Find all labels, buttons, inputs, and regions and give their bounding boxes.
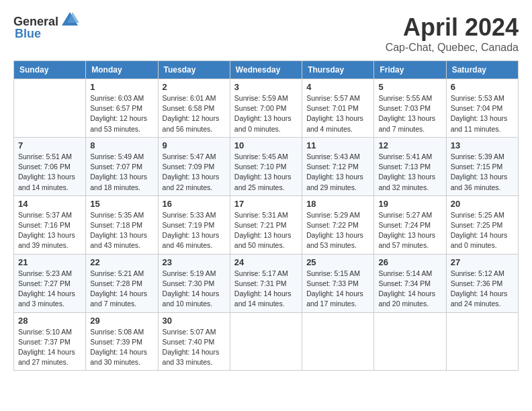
day-number: 22 <box>90 257 153 267</box>
calendar-cell <box>230 312 302 371</box>
day-info: Sunrise: 5:25 AM Sunset: 7:25 PM Dayligh… <box>451 210 514 251</box>
day-info: Sunrise: 5:49 AM Sunset: 7:07 PM Dayligh… <box>90 152 153 193</box>
day-info: Sunrise: 5:37 AM Sunset: 7:16 PM Dayligh… <box>18 210 81 251</box>
calendar-cell: 8Sunrise: 5:49 AM Sunset: 7:07 PM Daylig… <box>86 137 158 195</box>
day-number: 13 <box>451 140 514 150</box>
calendar-cell: 30Sunrise: 5:07 AM Sunset: 7:40 PM Dayli… <box>158 312 230 371</box>
calendar-week-4: 21Sunrise: 5:23 AM Sunset: 7:27 PM Dayli… <box>14 254 519 312</box>
day-info: Sunrise: 5:27 AM Sunset: 7:24 PM Dayligh… <box>378 210 441 251</box>
day-number: 27 <box>451 257 514 267</box>
month-title: April 2024 <box>386 13 519 42</box>
day-info: Sunrise: 5:14 AM Sunset: 7:34 PM Dayligh… <box>378 269 441 310</box>
calendar-cell: 24Sunrise: 5:17 AM Sunset: 7:31 PM Dayli… <box>230 254 302 312</box>
day-info: Sunrise: 5:17 AM Sunset: 7:31 PM Dayligh… <box>234 269 298 310</box>
day-info: Sunrise: 5:08 AM Sunset: 7:39 PM Dayligh… <box>90 327 153 368</box>
calendar-cell: 19Sunrise: 5:27 AM Sunset: 7:24 PM Dayli… <box>374 195 446 254</box>
day-number: 2 <box>163 82 226 92</box>
calendar-cell: 10Sunrise: 5:45 AM Sunset: 7:10 PM Dayli… <box>230 137 302 195</box>
calendar-cell: 28Sunrise: 5:10 AM Sunset: 7:37 PM Dayli… <box>14 312 86 371</box>
column-header-friday: Friday <box>374 61 446 79</box>
day-number: 16 <box>163 199 226 209</box>
day-number: 12 <box>378 140 441 150</box>
calendar-cell: 22Sunrise: 5:21 AM Sunset: 7:28 PM Dayli… <box>86 254 158 312</box>
day-number: 29 <box>90 316 153 326</box>
column-header-monday: Monday <box>86 61 158 79</box>
calendar-week-5: 28Sunrise: 5:10 AM Sunset: 7:37 PM Dayli… <box>14 312 519 371</box>
day-info: Sunrise: 5:12 AM Sunset: 7:36 PM Dayligh… <box>451 269 514 310</box>
calendar-cell: 5Sunrise: 5:55 AM Sunset: 7:03 PM Daylig… <box>374 79 446 138</box>
calendar-cell: 29Sunrise: 5:08 AM Sunset: 7:39 PM Dayli… <box>86 312 158 371</box>
calendar-table: SundayMondayTuesdayWednesdayThursdayFrid… <box>13 60 519 371</box>
day-number: 1 <box>90 82 153 92</box>
day-info: Sunrise: 5:47 AM Sunset: 7:09 PM Dayligh… <box>163 152 226 193</box>
day-number: 4 <box>306 82 369 92</box>
calendar-cell: 4Sunrise: 5:57 AM Sunset: 7:01 PM Daylig… <box>302 79 374 138</box>
calendar-cell: 18Sunrise: 5:29 AM Sunset: 7:22 PM Dayli… <box>302 195 374 254</box>
day-info: Sunrise: 5:51 AM Sunset: 7:06 PM Dayligh… <box>18 152 81 193</box>
calendar-cell: 7Sunrise: 5:51 AM Sunset: 7:06 PM Daylig… <box>14 137 86 195</box>
day-info: Sunrise: 5:21 AM Sunset: 7:28 PM Dayligh… <box>90 269 153 310</box>
day-info: Sunrise: 5:41 AM Sunset: 7:13 PM Dayligh… <box>378 152 441 193</box>
day-info: Sunrise: 5:53 AM Sunset: 7:04 PM Dayligh… <box>451 93 514 134</box>
column-header-wednesday: Wednesday <box>230 61 302 79</box>
day-number: 18 <box>306 199 369 209</box>
calendar-cell: 23Sunrise: 5:19 AM Sunset: 7:30 PM Dayli… <box>158 254 230 312</box>
day-info: Sunrise: 5:57 AM Sunset: 7:01 PM Dayligh… <box>306 93 369 134</box>
day-info: Sunrise: 6:01 AM Sunset: 6:58 PM Dayligh… <box>163 93 226 134</box>
day-number: 14 <box>18 199 81 209</box>
day-info: Sunrise: 5:23 AM Sunset: 7:27 PM Dayligh… <box>18 269 81 310</box>
calendar-header-row: SundayMondayTuesdayWednesdayThursdayFrid… <box>14 61 519 79</box>
day-info: Sunrise: 5:35 AM Sunset: 7:18 PM Dayligh… <box>90 210 153 251</box>
day-info: Sunrise: 5:07 AM Sunset: 7:40 PM Dayligh… <box>163 327 226 368</box>
day-info: Sunrise: 5:59 AM Sunset: 7:00 PM Dayligh… <box>234 93 298 134</box>
day-number: 10 <box>234 140 298 150</box>
calendar-cell: 17Sunrise: 5:31 AM Sunset: 7:21 PM Dayli… <box>230 195 302 254</box>
title-area: April 2024 Cap-Chat, Quebec, Canada <box>386 13 519 54</box>
day-info: Sunrise: 5:55 AM Sunset: 7:03 PM Dayligh… <box>378 93 441 134</box>
column-header-tuesday: Tuesday <box>158 61 230 79</box>
logo-blue-text: Blue <box>15 27 41 41</box>
calendar-week-1: 1Sunrise: 6:03 AM Sunset: 6:57 PM Daylig… <box>14 79 519 138</box>
calendar-cell: 12Sunrise: 5:41 AM Sunset: 7:13 PM Dayli… <box>374 137 446 195</box>
logo: General Blue <box>13 13 79 41</box>
day-number: 6 <box>451 82 514 92</box>
calendar-cell <box>446 312 518 371</box>
calendar-cell: 25Sunrise: 5:15 AM Sunset: 7:33 PM Dayli… <box>302 254 374 312</box>
day-info: Sunrise: 5:10 AM Sunset: 7:37 PM Dayligh… <box>18 327 81 368</box>
calendar-cell: 6Sunrise: 5:53 AM Sunset: 7:04 PM Daylig… <box>446 79 518 138</box>
calendar-cell: 21Sunrise: 5:23 AM Sunset: 7:27 PM Dayli… <box>14 254 86 312</box>
day-number: 24 <box>234 257 298 267</box>
day-number: 19 <box>378 199 441 209</box>
day-info: Sunrise: 6:03 AM Sunset: 6:57 PM Dayligh… <box>90 93 153 134</box>
calendar-cell: 3Sunrise: 5:59 AM Sunset: 7:00 PM Daylig… <box>230 79 302 138</box>
day-number: 3 <box>234 82 298 92</box>
calendar-cell: 1Sunrise: 6:03 AM Sunset: 6:57 PM Daylig… <box>86 79 158 138</box>
day-number: 25 <box>306 257 369 267</box>
calendar-cell: 20Sunrise: 5:25 AM Sunset: 7:25 PM Dayli… <box>446 195 518 254</box>
calendar-cell: 15Sunrise: 5:35 AM Sunset: 7:18 PM Dayli… <box>86 195 158 254</box>
column-header-thursday: Thursday <box>302 61 374 79</box>
calendar-cell <box>302 312 374 371</box>
day-number: 28 <box>18 316 81 326</box>
calendar-week-2: 7Sunrise: 5:51 AM Sunset: 7:06 PM Daylig… <box>14 137 519 195</box>
day-info: Sunrise: 5:33 AM Sunset: 7:19 PM Dayligh… <box>163 210 226 251</box>
logo-icon <box>60 11 79 30</box>
calendar-cell: 11Sunrise: 5:43 AM Sunset: 7:12 PM Dayli… <box>302 137 374 195</box>
calendar-cell: 14Sunrise: 5:37 AM Sunset: 7:16 PM Dayli… <box>14 195 86 254</box>
day-info: Sunrise: 5:15 AM Sunset: 7:33 PM Dayligh… <box>306 269 369 310</box>
column-header-saturday: Saturday <box>446 61 518 79</box>
day-number: 26 <box>378 257 441 267</box>
day-number: 21 <box>18 257 81 267</box>
calendar-cell: 2Sunrise: 6:01 AM Sunset: 6:58 PM Daylig… <box>158 79 230 138</box>
calendar-cell <box>14 79 86 138</box>
day-number: 23 <box>163 257 226 267</box>
calendar-cell: 9Sunrise: 5:47 AM Sunset: 7:09 PM Daylig… <box>158 137 230 195</box>
day-number: 5 <box>378 82 441 92</box>
calendar-cell: 27Sunrise: 5:12 AM Sunset: 7:36 PM Dayli… <box>446 254 518 312</box>
day-info: Sunrise: 5:19 AM Sunset: 7:30 PM Dayligh… <box>163 269 226 310</box>
day-number: 11 <box>306 140 369 150</box>
day-number: 15 <box>90 199 153 209</box>
day-number: 9 <box>163 140 226 150</box>
calendar-cell: 13Sunrise: 5:39 AM Sunset: 7:15 PM Dayli… <box>446 137 518 195</box>
day-info: Sunrise: 5:39 AM Sunset: 7:15 PM Dayligh… <box>451 152 514 193</box>
